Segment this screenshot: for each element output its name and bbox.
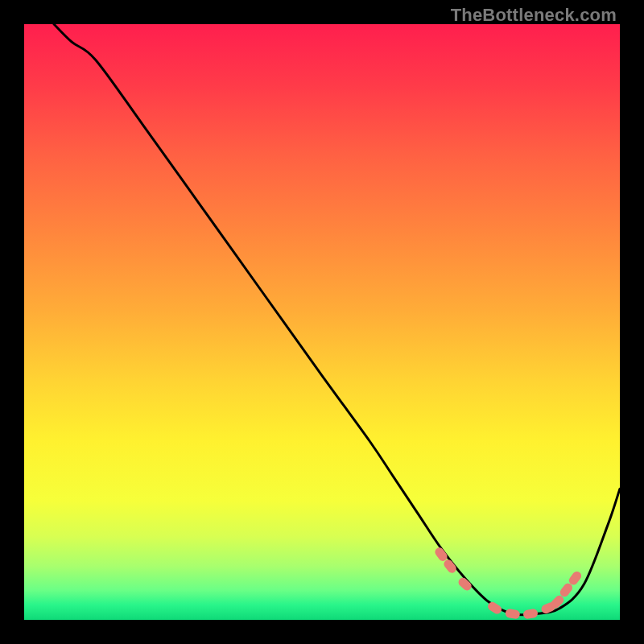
chart-frame — [24, 24, 620, 620]
gradient-background — [24, 24, 620, 620]
bottleneck-chart — [24, 24, 620, 620]
watermark-text: TheBottleneck.com — [451, 5, 617, 26]
